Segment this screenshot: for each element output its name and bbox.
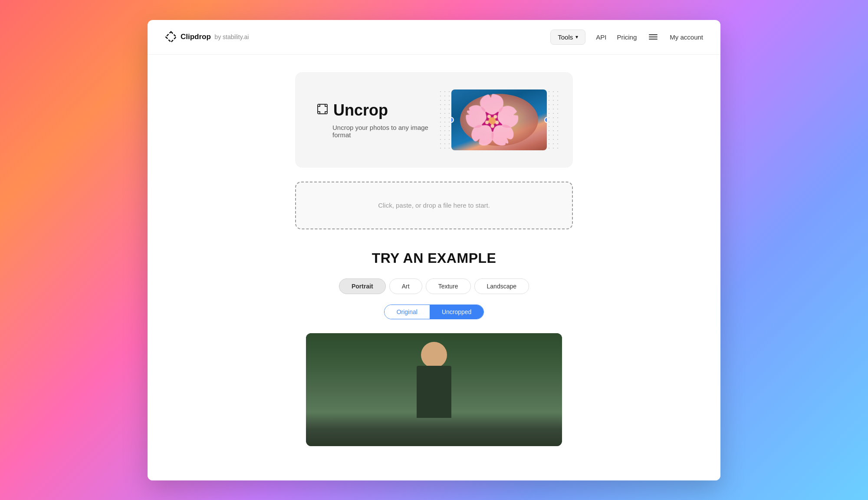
example-person	[306, 333, 562, 446]
app-window: Clipdrop by stability.ai Tools ▾ API Pri…	[148, 20, 720, 480]
pricing-link[interactable]: Pricing	[617, 33, 637, 41]
tab-portrait[interactable]: Portrait	[339, 278, 386, 294]
hero-text: Uncrop Uncrop your photos to any image f…	[317, 101, 434, 139]
hero-image-area	[451, 89, 547, 150]
navbar: Clipdrop by stability.ai Tools ▾ API Pri…	[148, 20, 720, 55]
logo-icon	[165, 31, 177, 43]
chevron-down-icon: ▾	[575, 34, 578, 40]
view-toggle: Original Uncropped	[384, 305, 484, 319]
uncrop-icon	[317, 103, 328, 117]
tools-label: Tools	[558, 33, 573, 41]
view-uncropped-button[interactable]: Uncropped	[430, 305, 484, 319]
api-link[interactable]: API	[596, 33, 606, 41]
flower-background	[451, 89, 547, 150]
tab-art[interactable]: Art	[389, 278, 422, 294]
hero-section: Uncrop Uncrop your photos to any image f…	[295, 72, 573, 168]
nav-links: Tools ▾ API Pricing My account	[550, 30, 703, 45]
tools-button[interactable]: Tools ▾	[550, 30, 585, 45]
hero-subtitle: Uncrop your photos to any image format	[332, 124, 434, 139]
file-drop-zone[interactable]: Click, paste, or drop a file here to sta…	[295, 182, 573, 229]
main-content: Uncrop Uncrop your photos to any image f…	[148, 55, 720, 480]
example-section: TRY AN EXAMPLE Portrait Art Texture Land…	[148, 250, 720, 446]
logo-text: Clipdrop by stability.ai	[181, 33, 249, 41]
tab-texture[interactable]: Texture	[426, 278, 471, 294]
view-original-button[interactable]: Original	[385, 305, 430, 319]
my-account-link[interactable]: My account	[670, 33, 703, 41]
example-preview-image	[306, 333, 562, 446]
filter-tabs: Portrait Art Texture Landscape	[339, 278, 529, 294]
hero-preview-image	[451, 89, 547, 150]
svg-rect-0	[318, 104, 327, 114]
hamburger-icon[interactable]	[647, 33, 659, 41]
drop-zone-placeholder: Click, paste, or drop a file here to sta…	[378, 202, 490, 209]
hero-title: Uncrop	[333, 101, 388, 119]
logo[interactable]: Clipdrop by stability.ai	[165, 31, 249, 43]
example-section-title: TRY AN EXAMPLE	[372, 250, 496, 266]
tab-landscape[interactable]: Landscape	[474, 278, 529, 294]
